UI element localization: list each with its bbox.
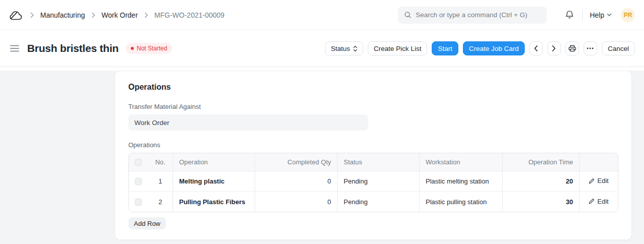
column-header-status: Status (338, 153, 420, 171)
status-badge-label: Not Started (137, 45, 168, 52)
status-select[interactable]: Status (325, 41, 363, 55)
row-number-cell: 2 (148, 192, 173, 212)
status-select-label: Status (331, 45, 350, 52)
operations-section-card: Operations Transfer Material Against Wor… (115, 71, 632, 240)
navbar-right: Help PR (398, 7, 635, 24)
select-all-cell (129, 153, 148, 171)
pencil-icon (589, 198, 595, 204)
hamburger-icon (10, 45, 19, 52)
breadcrumb-manufacturing[interactable]: Manufacturing (40, 11, 85, 19)
bell-icon (565, 10, 574, 20)
frappe-cloud-icon (9, 10, 23, 21)
section-title: Operations (128, 83, 618, 92)
column-header-no: No. (148, 153, 173, 171)
sidebar-toggle-button[interactable] (9, 43, 20, 54)
column-header-operation-time: Operation Time (503, 153, 580, 171)
up-down-carets-icon (353, 45, 357, 52)
operation-cell: Melting plastic (173, 171, 255, 192)
breadcrumb-current-doc: MFG-WO-2021-00009 (154, 11, 224, 19)
start-button[interactable]: Start (432, 41, 458, 55)
app-logo[interactable] (9, 10, 23, 21)
page-head-actions: Status Create Pick List Start Create Job… (325, 41, 635, 55)
table-row[interactable]: 2 Pulling Plastic Fibers 0 Pending Plast… (129, 192, 618, 212)
chevron-right-icon (552, 45, 556, 51)
transfer-material-against-field[interactable]: Work Order (128, 114, 368, 131)
status-cell: Pending (338, 171, 420, 192)
operations-table: No. Operation Completed Qty Status Works… (128, 153, 618, 212)
row-select-cell (129, 171, 148, 192)
cancel-button[interactable]: Cancel (602, 41, 635, 55)
completed-qty-cell: 0 (255, 171, 338, 192)
page-head: Brush bristles thin Not Started Status C… (0, 30, 644, 67)
transfer-material-against-label: Transfer Material Against (128, 103, 618, 110)
create-job-card-button[interactable]: Create Job Card (463, 41, 525, 55)
edit-label: Edit (597, 177, 608, 185)
page-content: Operations Transfer Material Against Wor… (0, 71, 644, 244)
breadcrumb-work-order[interactable]: Work Order (102, 11, 138, 19)
pencil-icon (589, 178, 595, 184)
column-header-completed-qty: Completed Qty (255, 153, 338, 171)
help-label: Help (590, 11, 604, 19)
create-pick-list-button[interactable]: Create Pick List (368, 41, 428, 55)
chevron-right-icon (144, 12, 148, 18)
edit-label: Edit (597, 198, 608, 205)
column-header-actions (580, 153, 618, 171)
breadcrumb: Manufacturing Work Order MFG-WO-2021-000… (30, 11, 224, 19)
chevron-down-icon (607, 13, 612, 17)
row-checkbox[interactable] (135, 199, 142, 206)
operation-cell: Pulling Plastic Fibers (173, 192, 255, 212)
operation-time-cell: 20 (503, 171, 580, 192)
status-badge: Not Started (126, 43, 173, 54)
help-menu[interactable]: Help (590, 11, 612, 19)
print-button[interactable] (566, 41, 579, 55)
chevron-right-icon (30, 12, 34, 18)
operations-grid-label: Operations (128, 141, 618, 149)
workstation-cell: Plastic melting station (420, 171, 503, 192)
edit-row-button[interactable]: Edit (589, 177, 608, 185)
row-actions-cell: Edit (580, 171, 618, 192)
operation-time-cell: 30 (503, 192, 580, 212)
row-checkbox[interactable] (135, 178, 142, 185)
search-input[interactable] (416, 11, 541, 19)
next-document-button[interactable] (547, 41, 561, 55)
table-header-row: No. Operation Completed Qty Status Works… (129, 153, 618, 171)
prev-document-button[interactable] (529, 41, 543, 55)
page-head-left: Brush bristles thin Not Started (9, 42, 172, 54)
ellipsis-icon (587, 47, 594, 49)
column-header-operation: Operation (173, 153, 255, 171)
select-all-checkbox[interactable] (135, 159, 142, 166)
global-search[interactable] (398, 7, 547, 24)
more-menu-button[interactable] (584, 41, 597, 55)
table-row[interactable]: 1 Melting plastic 0 Pending Plastic melt… (129, 171, 618, 192)
chevron-left-icon (534, 45, 538, 51)
edit-row-button[interactable]: Edit (589, 198, 608, 205)
status-dot-icon (131, 47, 134, 50)
avatar[interactable]: PR (621, 8, 635, 22)
status-cell: Pending (338, 192, 420, 212)
page-title: Brush bristles thin (27, 42, 119, 54)
column-header-workstation: Workstation (420, 153, 503, 171)
search-icon (404, 11, 412, 19)
notifications-button[interactable] (563, 8, 576, 22)
navbar-divider (582, 10, 583, 21)
row-actions-cell: Edit (580, 192, 618, 212)
top-navbar: Manufacturing Work Order MFG-WO-2021-000… (0, 0, 644, 30)
workstation-cell: Plastic pulling station (420, 192, 503, 212)
add-row-button[interactable]: Add Row (128, 217, 166, 229)
row-select-cell (129, 192, 148, 212)
row-number-cell: 1 (148, 171, 173, 192)
chevron-right-icon (91, 12, 96, 18)
completed-qty-cell: 0 (255, 192, 338, 212)
printer-icon (569, 45, 576, 52)
